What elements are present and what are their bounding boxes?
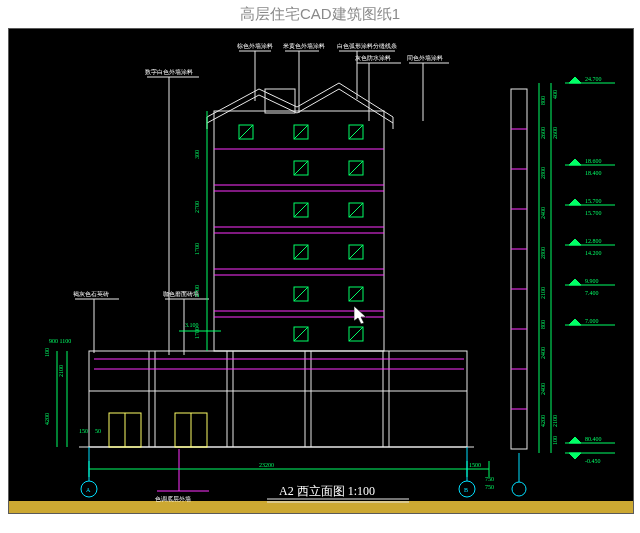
svg-rect-94 xyxy=(511,89,527,449)
svg-text:100: 100 xyxy=(552,436,558,445)
svg-text:4200: 4200 xyxy=(44,413,50,425)
svg-text:色调底层外墙: 色调底层外墙 xyxy=(155,495,191,502)
svg-text:3.100: 3.100 xyxy=(185,322,199,328)
svg-text:2600: 2600 xyxy=(540,127,546,139)
svg-marker-124 xyxy=(569,199,581,205)
svg-text:褐灰色石英砖: 褐灰色石英砖 xyxy=(73,291,109,297)
svg-text:A2 西立面图  1:100: A2 西立面图 1:100 xyxy=(279,484,375,498)
svg-text:50: 50 xyxy=(95,428,101,434)
svg-text:2800: 2800 xyxy=(540,167,546,179)
svg-text:80.400: 80.400 xyxy=(585,436,602,442)
svg-text:2800: 2800 xyxy=(540,247,546,259)
svg-text:400: 400 xyxy=(552,90,558,99)
svg-text:2700: 2700 xyxy=(194,201,200,213)
svg-text:米黄色外墙涂料: 米黄色外墙涂料 xyxy=(283,43,325,49)
svg-text:2400: 2400 xyxy=(540,347,546,359)
svg-text:4200: 4200 xyxy=(540,415,546,427)
svg-text:300: 300 xyxy=(194,150,200,159)
svg-text:2400: 2400 xyxy=(540,383,546,395)
svg-marker-134 xyxy=(569,453,581,459)
svg-text:2700: 2700 xyxy=(194,285,200,297)
svg-marker-128 xyxy=(569,279,581,285)
svg-text:2100: 2100 xyxy=(58,365,64,377)
svg-text:棕色外墙涂料: 棕色外墙涂料 xyxy=(237,43,273,49)
svg-text:2600: 2600 xyxy=(552,127,558,139)
svg-text:7.400: 7.400 xyxy=(585,290,599,296)
svg-text:9.900: 9.900 xyxy=(585,278,599,284)
svg-text:800: 800 xyxy=(540,96,546,105)
svg-text:数字白色外墙涂料: 数字白色外墙涂料 xyxy=(145,68,193,75)
svg-text:14.200: 14.200 xyxy=(585,250,602,256)
svg-text:18.400: 18.400 xyxy=(585,170,602,176)
drawing-title-block: A2 西立面图 1:100 xyxy=(267,484,409,502)
cad-drawing: 棕色外墙涂料 米黄色外墙涂料 白色弧形涂料分缝线条 灰色防水涂料 同色外墙涂料 … xyxy=(9,29,633,513)
svg-text:900 1100: 900 1100 xyxy=(49,338,71,344)
svg-text:24.700: 24.700 xyxy=(585,76,602,82)
svg-text:750: 750 xyxy=(485,484,494,490)
svg-text:白色弧形涂料分缝线条: 白色弧形涂料分缝线条 xyxy=(337,43,397,49)
roof xyxy=(207,83,393,117)
svg-text:灰色防水涂料: 灰色防水涂料 xyxy=(355,55,391,61)
title-text: 高层住宅CAD建筑图纸1 xyxy=(240,5,400,24)
left-dims: 4200 2100 100 900 1100 150 50 3.100 xyxy=(44,322,221,447)
callout-bottom: 色调底层外墙 xyxy=(155,449,209,502)
svg-text:B: B xyxy=(464,487,468,493)
page-title: 高层住宅CAD建筑图纸1 xyxy=(0,0,640,28)
svg-text:100: 100 xyxy=(44,348,50,357)
svg-text:18.600: 18.600 xyxy=(585,158,602,164)
svg-text:2100: 2100 xyxy=(540,287,546,299)
svg-text:2100: 2100 xyxy=(552,415,558,427)
callouts-top: 棕色外墙涂料 米黄色外墙涂料 白色弧形涂料分缝线条 灰色防水涂料 同色外墙涂料 … xyxy=(145,43,449,355)
svg-text:800: 800 xyxy=(540,320,546,329)
svg-marker-120 xyxy=(569,77,581,83)
tower-left-dims: 1700 2700 1700 2700 300 xyxy=(194,111,207,351)
right-strip: 800 2600 2800 2400 2800 2100 800 2400 24… xyxy=(511,76,615,496)
svg-text:15.700: 15.700 xyxy=(585,198,602,204)
svg-text:7.000: 7.000 xyxy=(585,318,599,324)
cad-viewport[interactable]: 棕色外墙涂料 米黄色外墙涂料 白色弧形涂料分缝线条 灰色防水涂料 同色外墙涂料 … xyxy=(8,28,634,514)
svg-text:23200: 23200 xyxy=(259,462,274,468)
svg-marker-122 xyxy=(569,159,581,165)
tower-outline xyxy=(214,111,384,351)
svg-point-147 xyxy=(512,482,526,496)
svg-marker-132 xyxy=(569,437,581,443)
svg-text:1700: 1700 xyxy=(194,243,200,255)
section-fill xyxy=(9,501,633,513)
svg-text:750: 750 xyxy=(485,476,494,482)
svg-text:-0.450: -0.450 xyxy=(585,458,601,464)
svg-text:1700: 1700 xyxy=(194,327,200,339)
svg-marker-126 xyxy=(569,239,581,245)
svg-text:同色外墙涂料: 同色外墙涂料 xyxy=(407,55,443,61)
svg-text:1500: 1500 xyxy=(469,462,481,468)
svg-text:2400: 2400 xyxy=(540,207,546,219)
svg-text:15.700: 15.700 xyxy=(585,210,602,216)
svg-text:150: 150 xyxy=(79,428,88,434)
svg-marker-130 xyxy=(569,319,581,325)
podium xyxy=(89,351,467,447)
svg-text:12.800: 12.800 xyxy=(585,238,602,244)
svg-text:A: A xyxy=(86,487,91,493)
